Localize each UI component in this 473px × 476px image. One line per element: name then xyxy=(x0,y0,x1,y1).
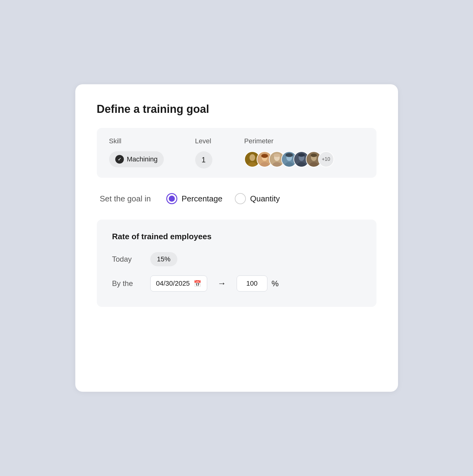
perimeter-column: Perimeter xyxy=(244,137,364,169)
skill-verified-icon xyxy=(115,155,124,164)
skill-name: Machining xyxy=(127,155,158,163)
svg-point-10 xyxy=(273,154,280,157)
radio-quantity-circle[interactable] xyxy=(235,193,246,204)
skill-badge[interactable]: Machining xyxy=(109,151,164,167)
calendar-icon: 📅 xyxy=(194,280,201,287)
by-the-label: By the xyxy=(112,279,143,288)
skill-table: Skill Machining Level 1 Perimeter xyxy=(109,137,364,169)
level-badge[interactable]: 1 xyxy=(195,151,212,169)
skill-column: Skill Machining xyxy=(109,137,195,169)
svg-point-1 xyxy=(249,154,255,161)
level-column: Level 1 xyxy=(195,137,244,169)
level-col-header: Level xyxy=(195,137,244,145)
percent-input-wrapper: % xyxy=(237,276,279,292)
arrow-icon: → xyxy=(218,279,226,288)
today-value-badge: 15% xyxy=(150,252,177,266)
page-background: Define a training goal Skill Machining L… xyxy=(0,0,473,476)
skill-section: Skill Machining Level 1 Perimeter xyxy=(97,128,376,178)
skill-col-header: Skill xyxy=(109,137,195,145)
page-title: Define a training goal xyxy=(97,103,376,116)
radio-quantity[interactable]: Quantity xyxy=(235,193,280,204)
avatar-more-count: +10 xyxy=(318,151,334,167)
percent-symbol: % xyxy=(272,279,279,288)
radio-percentage[interactable]: Percentage xyxy=(166,193,223,204)
svg-point-14 xyxy=(286,153,293,157)
rate-section: Rate of trained employees Today 15% By t… xyxy=(97,220,376,307)
set-goal-row: Set the goal in Percentage Quantity xyxy=(97,193,376,204)
main-card: Define a training goal Skill Machining L… xyxy=(75,84,398,392)
radio-quantity-label: Quantity xyxy=(250,194,280,204)
radio-percentage-label: Percentage xyxy=(182,194,223,204)
perimeter-col-header: Perimeter xyxy=(244,137,364,145)
by-the-row: By the 04/30/2025 📅 → % xyxy=(112,276,361,292)
today-row: Today 15% xyxy=(112,252,361,266)
perimeter-avatars[interactable]: +10 xyxy=(244,151,364,167)
radio-percentage-inner xyxy=(169,196,175,202)
today-label: Today xyxy=(112,255,143,264)
svg-point-22 xyxy=(310,154,317,157)
rate-title: Rate of trained employees xyxy=(112,232,361,241)
date-input[interactable]: 04/30/2025 📅 xyxy=(150,276,207,292)
date-value: 04/30/2025 xyxy=(156,280,190,288)
radio-options: Percentage Quantity xyxy=(166,193,280,204)
set-goal-label: Set the goal in xyxy=(100,194,151,204)
svg-point-18 xyxy=(298,153,305,157)
svg-point-6 xyxy=(261,154,268,158)
target-percent-input[interactable] xyxy=(237,276,267,292)
radio-percentage-circle[interactable] xyxy=(166,193,177,204)
